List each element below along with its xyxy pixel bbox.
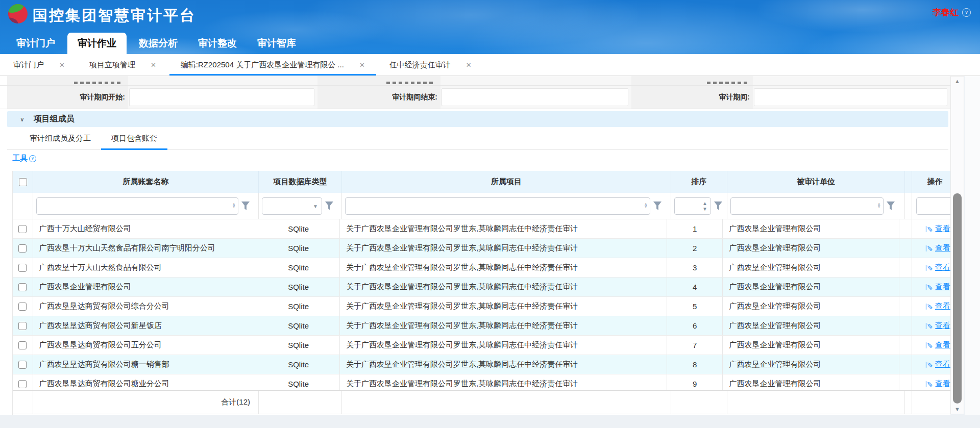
tools-menu[interactable]: 工具 ∨ (12, 154, 36, 163)
cell-ledger-name: 广西农垦十万大山天然食品有限公司 (33, 258, 257, 277)
scrollbar-thumb[interactable] (953, 193, 962, 404)
project-filter-combobox[interactable]: ∧∨ (345, 197, 650, 215)
field-label: 审计期间开始: (7, 86, 128, 109)
table-row[interactable]: 广西农垦垦达商贸有限公司糖业分公司 SQlite 关于广西农垦企业管理有限公司罗… (13, 374, 950, 390)
view-link[interactable]: ✎查看 (926, 282, 950, 292)
audited-unit-filter-combobox[interactable]: ∧∨ (730, 197, 884, 215)
edit-pencil-icon: ✎ (925, 304, 934, 310)
footer-empty-cell (727, 391, 905, 414)
filter-funnel-icon[interactable] (887, 202, 895, 210)
audit-period-end-input[interactable] (442, 88, 628, 106)
footer-empty-cell (259, 391, 342, 414)
doc-tab-incumbent-audit[interactable]: 任中经济责任审计 ✕ (377, 54, 484, 75)
table-row[interactable]: 广西农垦垦达商贸有限公司新星饭店 SQlite 关于广西农垦企业管理有限公司罗世… (13, 316, 950, 336)
close-icon[interactable]: ✕ (59, 61, 65, 69)
view-link[interactable]: ✎查看 (926, 224, 950, 234)
ledger-name-filter-combobox[interactable]: ∧∨ (36, 197, 238, 215)
view-link[interactable]: ✎查看 (926, 243, 950, 253)
edit-pencil-icon: ✎ (925, 381, 934, 387)
doc-tab-project-setup[interactable]: 项目立项管理 ✕ (77, 54, 168, 75)
user-menu[interactable]: 李春红 ∨ (933, 7, 971, 18)
table-row[interactable]: 广西农垦十万大山天然食品有限公司 SQlite 关于广西农垦企业管理有限公司罗世… (13, 258, 950, 278)
scroll-down-arrow-icon[interactable]: ▼ (951, 406, 964, 412)
project-filter-input[interactable] (346, 198, 650, 214)
filter-funnel-icon[interactable] (241, 202, 250, 210)
cell-db-type: SQlite (257, 258, 340, 277)
view-link[interactable]: ✎查看 (926, 340, 950, 350)
table-row[interactable]: 广西十万大山经贸有限公司 SQlite 关于广西农垦企业管理有限公司罗世东,莫咏… (13, 219, 950, 239)
view-link[interactable]: ✎查看 (926, 379, 950, 389)
cutoff-label-fragment (707, 82, 748, 84)
doc-tab-label: 审计门户 (13, 60, 44, 70)
cell-ledger-name: 广西农垦垦达商贸有限公司新星饭店 (33, 316, 257, 335)
actions-filter-input[interactable] (916, 197, 950, 215)
footer-empty-cell (13, 391, 33, 414)
edit-pencil-icon: ✎ (925, 323, 934, 329)
audited-unit-filter-input[interactable] (731, 198, 883, 214)
nav-item-data-analysis[interactable]: 数据分析 (129, 33, 188, 54)
row-checkbox[interactable] (18, 303, 27, 311)
combo-arrows-icon[interactable]: ∧∨ (232, 204, 235, 209)
order-filter-number-input[interactable]: ▲▼ (674, 197, 711, 215)
row-checkbox[interactable] (18, 361, 27, 369)
cell-audited-unit: 广西农垦企业管理有限公司 (723, 239, 899, 258)
tools-chevron-down-icon[interactable]: ∨ (29, 155, 36, 162)
row-checkbox[interactable] (18, 264, 27, 272)
row-checkbox[interactable] (18, 244, 27, 253)
field-label: 审计期间结束: (317, 86, 440, 109)
number-spinner-icon[interactable]: ▲▼ (702, 202, 707, 211)
nav-item-audit-knowledge[interactable]: 审计智库 (247, 33, 306, 54)
filter-funnel-icon[interactable] (714, 202, 722, 210)
form-row-clipped (0, 76, 950, 86)
audit-period-start-input[interactable] (129, 88, 314, 106)
view-link[interactable]: ✎查看 (926, 321, 950, 331)
cell-ledger-name: 广西农垦垦达商贸有限公司五分公司 (33, 336, 257, 355)
nav-item-audit-portal[interactable]: 审计门户 (6, 33, 65, 54)
row-checkbox[interactable] (18, 341, 27, 349)
filter-project-cell: ∧∨ (342, 193, 671, 219)
cell-project: 关于广西农垦企业管理有限公司罗世东,莫咏麟同志任中经济责任审计 (340, 219, 667, 238)
table-row[interactable]: 广西农垦垦达商贸有限公司糖一销售部 SQlite 关于广西农垦企业管理有限公司罗… (13, 355, 950, 374)
nav-item-audit-rectify[interactable]: 审计整改 (188, 33, 247, 54)
row-checkbox[interactable] (18, 380, 27, 388)
row-checkbox[interactable] (18, 225, 27, 233)
row-checkbox[interactable] (18, 283, 27, 291)
view-link[interactable]: ✎查看 (926, 360, 950, 369)
cell-actions: ✎查看 (912, 258, 950, 277)
combo-arrows-icon[interactable]: ∧∨ (644, 204, 647, 209)
subtab-project-ledgers[interactable]: 项目包含账套 (101, 128, 167, 149)
section-project-members[interactable]: ∨ 项目组成员 (7, 111, 948, 127)
subtab-members-division[interactable]: 审计组成员及分工 (19, 128, 101, 149)
view-link[interactable]: ✎查看 (926, 301, 950, 311)
vertical-scrollbar[interactable]: ▲ ▼ (950, 76, 964, 414)
spacer-cell (899, 297, 912, 316)
filter-funnel-icon[interactable] (653, 202, 662, 210)
scroll-up-arrow-icon[interactable]: ▲ (951, 78, 964, 84)
filter-funnel-icon[interactable] (325, 202, 333, 210)
table-row[interactable]: 广西农垦垦达商贸有限公司综合分公司 SQlite 关于广西农垦企业管理有限公司罗… (13, 297, 950, 316)
table-row[interactable]: 广西农垦企业管理有限公司 SQlite 关于广西农垦企业管理有限公司罗世东,莫咏… (13, 278, 950, 297)
close-icon[interactable]: ✕ (359, 61, 365, 69)
nav-item-audit-work[interactable]: 审计作业 (67, 33, 127, 54)
cell-actions: ✎查看 (912, 278, 950, 296)
close-icon[interactable]: ✕ (466, 61, 472, 69)
audit-period-input[interactable] (754, 88, 947, 106)
audit-period-field-wrap (753, 86, 950, 109)
cell-project: 关于广西农垦企业管理有限公司罗世东,莫咏麟同志任中经济责任审计 (340, 374, 667, 390)
row-checkbox[interactable] (18, 322, 27, 330)
user-chevron-down-icon[interactable]: ∨ (962, 8, 971, 17)
doc-tab-edit-rz202504[interactable]: 编辑:RZ202504 关于广西农垦企业管理有限公 ... ✕ (168, 54, 377, 75)
cell-project: 关于广西农垦企业管理有限公司罗世东,莫咏麟同志任中经济责任审计 (340, 239, 667, 258)
combo-arrows-icon[interactable]: ∧∨ (877, 204, 880, 209)
cell-project: 关于广西农垦企业管理有限公司罗世东,莫咏麟同志任中经济责任审计 (340, 278, 667, 296)
close-icon[interactable]: ✕ (151, 61, 156, 69)
db-type-filter-select[interactable]: ▼ (262, 197, 322, 215)
view-link[interactable]: ✎查看 (926, 263, 950, 272)
table-row[interactable]: 广西农垦十万大山天然食品有限公司南宁明阳分公司 SQlite 关于广西农垦企业管… (13, 239, 950, 258)
table-row[interactable]: 广西农垦垦达商贸有限公司五分公司 SQlite 关于广西农垦企业管理有限公司罗世… (13, 336, 950, 355)
collapse-chevron-down-icon[interactable]: ∨ (20, 116, 24, 123)
ledger-name-filter-input[interactable] (37, 198, 238, 214)
doc-tab-audit-portal[interactable]: 审计门户 ✕ (1, 54, 77, 75)
select-all-checkbox[interactable] (19, 178, 27, 186)
select-caret-down-icon[interactable]: ▼ (313, 203, 318, 209)
